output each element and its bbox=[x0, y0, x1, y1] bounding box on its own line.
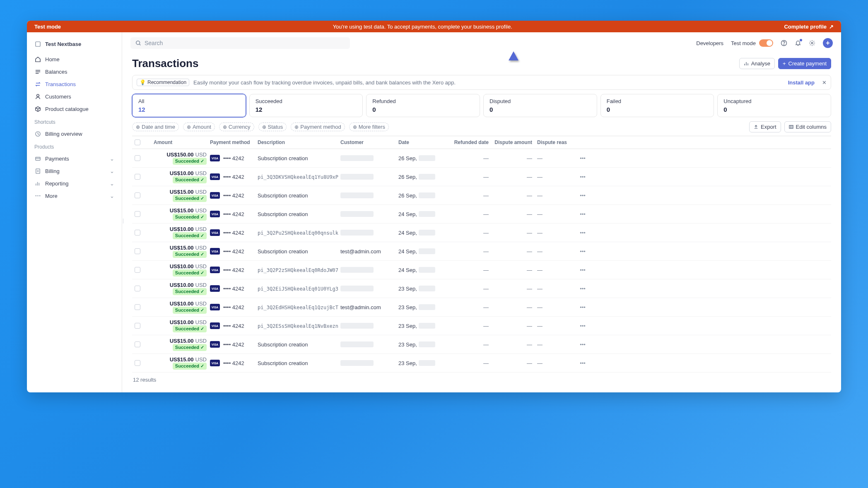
col-amount[interactable]: Amount bbox=[144, 139, 210, 145]
row-checkbox[interactable] bbox=[135, 267, 140, 273]
table-row[interactable]: US$15.00USD Succeeded ✓VISA•••• 4242Subs… bbox=[132, 205, 831, 224]
nav-icon bbox=[34, 81, 41, 87]
filter-status[interactable]: ⊕Status bbox=[258, 123, 287, 131]
row-checkbox[interactable] bbox=[135, 192, 140, 198]
col-dispute-reason[interactable]: Dispute reas bbox=[537, 139, 574, 145]
top-header: Search Developers Test mode bbox=[122, 32, 841, 54]
row-actions[interactable]: ••• bbox=[574, 230, 591, 236]
row-checkbox[interactable] bbox=[135, 341, 140, 347]
product-billing[interactable]: Billing⌄ bbox=[27, 165, 122, 177]
product-reporting[interactable]: Reporting⌄ bbox=[27, 177, 122, 190]
col-refunded[interactable]: Refunded date bbox=[452, 139, 494, 145]
visa-icon: VISA bbox=[210, 267, 220, 273]
row-checkbox[interactable] bbox=[135, 230, 140, 236]
create-payment-button[interactable]: + Create payment bbox=[778, 58, 831, 69]
analyse-label: Analyse bbox=[751, 60, 770, 67]
row-actions[interactable]: ••• bbox=[574, 304, 591, 310]
search-input[interactable]: Search bbox=[130, 37, 350, 49]
row-checkbox[interactable] bbox=[135, 248, 140, 254]
complete-profile-link[interactable]: Complete profile ↗ bbox=[784, 24, 834, 30]
table-row[interactable]: US$150.00USD Succeeded ✓VISA•••• 4242Sub… bbox=[132, 149, 831, 168]
table-row[interactable]: US$10.00USD Succeeded ✓VISA•••• 4242pi_3… bbox=[132, 168, 831, 186]
row-checkbox[interactable] bbox=[135, 304, 140, 310]
sidebar-item-transactions[interactable]: Transactions bbox=[27, 78, 122, 90]
search-icon bbox=[135, 40, 141, 46]
table-row[interactable]: US$10.00USD Succeeded ✓VISA•••• 4242pi_3… bbox=[132, 224, 831, 242]
row-checkbox[interactable] bbox=[135, 155, 140, 161]
sidebar-item-balances[interactable]: Balances bbox=[27, 65, 122, 78]
svg-rect-12 bbox=[789, 125, 793, 128]
toggle-switch[interactable] bbox=[759, 39, 773, 47]
filter-more-filters[interactable]: ⊕More filters bbox=[349, 123, 389, 131]
row-checkbox[interactable] bbox=[135, 360, 140, 366]
add-button[interactable]: + bbox=[823, 38, 833, 48]
close-icon[interactable]: ✕ bbox=[822, 79, 827, 86]
col-date[interactable]: Date bbox=[398, 139, 452, 145]
tab-refunded[interactable]: Refunded0 bbox=[366, 94, 480, 117]
tab-disputed[interactable]: Disputed0 bbox=[483, 94, 597, 117]
select-all-checkbox[interactable] bbox=[135, 139, 140, 145]
status-badge: Succeeded ✓ bbox=[173, 214, 207, 221]
tab-failed[interactable]: Failed0 bbox=[600, 94, 714, 117]
shortcut-billing-overview[interactable]: Billing overview bbox=[27, 127, 122, 140]
svg-point-10 bbox=[784, 45, 784, 45]
search-placeholder: Search bbox=[145, 40, 163, 46]
filter-currency[interactable]: ⊕Currency bbox=[219, 123, 254, 131]
row-actions[interactable]: ••• bbox=[574, 323, 591, 329]
developers-link[interactable]: Developers bbox=[696, 40, 723, 46]
plus-circle-icon: ⊕ bbox=[223, 124, 227, 130]
product-payments[interactable]: Payments⌄ bbox=[27, 152, 122, 165]
tab-succeeded[interactable]: Succeeded12 bbox=[249, 94, 363, 117]
notifications-icon[interactable] bbox=[795, 40, 801, 46]
external-link-icon: ↗ bbox=[829, 24, 834, 30]
filter-payment-method[interactable]: ⊕Payment method bbox=[291, 123, 345, 131]
sidebar-item-product-catalogue[interactable]: Product catalogue bbox=[27, 103, 122, 115]
row-checkbox[interactable] bbox=[135, 174, 140, 180]
sidebar-item-home[interactable]: Home bbox=[27, 53, 122, 65]
table-row[interactable]: US$10.00USD Succeeded ✓VISA•••• 4242pi_3… bbox=[132, 279, 831, 298]
filter-date-and-time[interactable]: ⊕Date and time bbox=[132, 123, 179, 131]
row-checkbox[interactable] bbox=[135, 211, 140, 217]
tab-uncaptured[interactable]: Uncaptured0 bbox=[717, 94, 831, 117]
plus-circle-icon: ⊕ bbox=[262, 124, 266, 130]
table-row[interactable]: US$15.00USD Succeeded ✓VISA•••• 4242Subs… bbox=[132, 354, 831, 373]
visa-icon: VISA bbox=[210, 360, 220, 366]
row-checkbox[interactable] bbox=[135, 323, 140, 329]
row-actions[interactable]: ••• bbox=[574, 248, 591, 255]
test-mode-toggle[interactable]: Test mode bbox=[731, 39, 773, 47]
tab-all[interactable]: All12 bbox=[132, 94, 246, 117]
company-selector[interactable]: Test Nextbase bbox=[27, 38, 122, 53]
row-actions[interactable]: ••• bbox=[574, 341, 591, 348]
sidebar-collapse-handle[interactable]: │ bbox=[122, 214, 124, 227]
export-button[interactable]: Export bbox=[749, 121, 781, 132]
col-dispute-amount[interactable]: Dispute amount bbox=[494, 139, 537, 145]
table-row[interactable]: US$15.00USD Succeeded ✓VISA•••• 4242Subs… bbox=[132, 186, 831, 205]
edit-columns-button[interactable]: Edit columns bbox=[784, 121, 831, 132]
install-app-link[interactable]: Install app bbox=[788, 79, 815, 86]
analyse-button[interactable]: Analyse bbox=[739, 58, 775, 69]
row-actions[interactable]: ••• bbox=[574, 211, 591, 217]
plus-circle-icon: ⊕ bbox=[353, 124, 357, 130]
product-more[interactable]: More⌄ bbox=[27, 190, 122, 202]
table-row[interactable]: US$10.00USD Succeeded ✓VISA•••• 4242pi_3… bbox=[132, 317, 831, 335]
row-actions[interactable]: ••• bbox=[574, 155, 591, 161]
table-row[interactable]: US$15.00USD Succeeded ✓VISA•••• 4242Subs… bbox=[132, 335, 831, 354]
row-actions[interactable]: ••• bbox=[574, 286, 591, 292]
table-row[interactable]: US$15.00USD Succeeded ✓VISA•••• 4242Subs… bbox=[132, 242, 831, 261]
help-icon[interactable] bbox=[781, 40, 787, 46]
settings-icon[interactable] bbox=[809, 40, 815, 46]
svg-point-7 bbox=[39, 195, 40, 196]
row-actions[interactable]: ••• bbox=[574, 174, 591, 180]
col-payment-method[interactable]: Payment method bbox=[210, 139, 258, 145]
row-actions[interactable]: ••• bbox=[574, 360, 591, 366]
sidebar-item-customers[interactable]: Customers bbox=[27, 90, 122, 103]
col-description[interactable]: Description bbox=[258, 139, 340, 145]
visa-icon: VISA bbox=[210, 229, 220, 236]
row-checkbox[interactable] bbox=[135, 286, 140, 291]
row-actions[interactable]: ••• bbox=[574, 192, 591, 199]
filter-amount[interactable]: ⊕Amount bbox=[183, 123, 215, 131]
table-row[interactable]: US$10.00USD Succeeded ✓VISA•••• 4242pi_3… bbox=[132, 298, 831, 317]
row-actions[interactable]: ••• bbox=[574, 267, 591, 273]
col-customer[interactable]: Customer bbox=[340, 139, 398, 145]
table-row[interactable]: US$10.00USD Succeeded ✓VISA•••• 4242pi_3… bbox=[132, 261, 831, 279]
